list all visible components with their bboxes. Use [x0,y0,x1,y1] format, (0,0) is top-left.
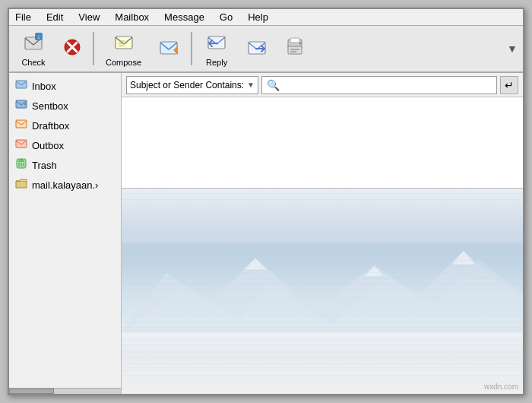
draftbox-icon [15,118,27,133]
svg-rect-25 [16,120,27,128]
sidebar-item-draftbox[interactable]: Draftbox [9,116,121,135]
forward-button[interactable] [239,28,274,69]
menu-mailbox[interactable]: Mailbox [112,11,152,24]
outbox-label: Outbox [32,140,64,151]
forward-icon [246,36,268,61]
svg-rect-20 [290,38,299,43]
svg-rect-26 [16,140,27,148]
check-mail-icon: ↓ [23,31,44,56]
sidebar-item-mail-folder[interactable]: mail.kalayaan.› [9,175,121,195]
sidebar-scrollbar[interactable] [9,388,121,394]
filter-bar: Subject or Sender Contains: ▼ 🔍 ↵ [122,73,523,97]
inbox-icon [15,78,27,94]
stop-icon [63,38,81,59]
reply-button-label: Reply [206,58,227,67]
sidebar-item-trash[interactable]: Trash [9,155,121,175]
mail-folder-label: mail.kalayaan.› [32,179,98,191]
search-go-icon: ↵ [505,79,514,91]
compose-button[interactable]: Compose [99,28,148,69]
search-box: 🔍 [261,76,497,94]
compose-button-label: Compose [106,58,141,67]
menu-message[interactable]: Message [161,11,207,24]
menu-help[interactable]: Help [245,11,271,24]
sentbox-label: Sentbox [32,100,68,112]
svg-rect-10 [160,42,177,54]
svg-rect-18 [290,49,299,50]
svg-text:↓: ↓ [37,33,41,40]
preview-area: wxdn.com [122,189,523,394]
draftbox-label: Draftbox [32,120,69,132]
toolbar-sep-1 [93,32,94,65]
compose-icon [113,31,135,56]
inbox-label: Inbox [32,81,56,92]
svg-rect-19 [290,51,296,52]
message-list [122,97,523,189]
svg-rect-22 [16,81,27,88]
search-input[interactable] [283,80,492,90]
sidebar-item-sentbox[interactable]: Sentbox [9,96,121,116]
watermark: wxdn.com [484,382,518,391]
get-mail-button[interactable] [151,28,186,69]
filter-dropdown[interactable]: Subject or Sender Contains: ▼ [126,76,258,94]
print-icon [284,36,306,61]
toolbar-sep-2 [191,32,192,65]
trash-label: Trash [32,160,57,171]
menu-edit[interactable]: Edit [43,11,66,24]
filter-label: Subject or Sender Contains: [130,80,244,90]
menu-view[interactable]: View [75,11,103,24]
app-window: File Edit View Mailbox Message Go Help ↓… [8,8,524,395]
print-button[interactable] [277,28,312,69]
filter-dropdown-arrow-icon: ▼ [247,81,255,89]
check-button[interactable]: ↓ Check [14,28,53,69]
sidebar-scrollbar-thumb[interactable] [9,389,54,394]
check-button-label: Check [21,58,45,67]
search-icon: 🔍 [267,79,280,91]
search-go-button[interactable]: ↵ [500,76,518,94]
menu-bar: File Edit View Mailbox Message Go Help [9,9,523,26]
get-mail-icon [158,36,179,61]
main-area: Inbox Sentbox [9,73,523,394]
svg-point-21 [299,43,302,45]
reply-button[interactable]: Reply [197,28,236,69]
reply-icon [206,31,227,56]
outbox-icon [15,138,27,153]
sidebar-item-inbox[interactable]: Inbox [9,76,121,96]
mail-folder-icon [15,177,27,192]
sidebar-item-outbox[interactable]: Outbox [9,135,121,155]
svg-rect-6 [116,36,132,49]
trash-icon [15,157,27,173]
sidebar: Inbox Sentbox [9,73,122,394]
menu-file[interactable]: File [12,11,34,24]
stop-button[interactable] [56,28,88,69]
content-area: Subject or Sender Contains: ▼ 🔍 ↵ [122,73,523,394]
toolbar: ↓ Check [9,26,523,73]
toolbar-overflow-arrow[interactable]: ▼ [506,28,518,69]
preview-background [122,189,523,394]
menu-go[interactable]: Go [217,11,236,24]
sentbox-icon [15,98,27,113]
mountain-landscape [122,243,523,332]
overflow-arrow-icon: ▼ [507,43,518,55]
